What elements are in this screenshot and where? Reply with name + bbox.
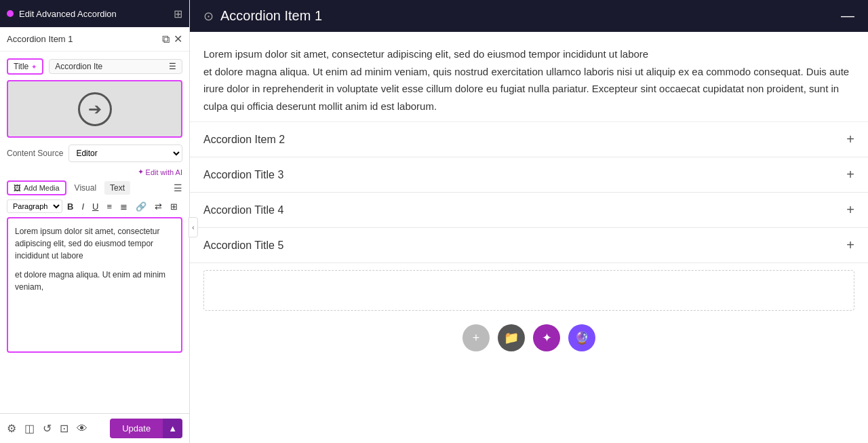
move-icon: ✦ — [31, 63, 37, 71]
accordion-item-5-title: Accordion Title 5 — [203, 239, 846, 252]
float-ai-button[interactable]: ✦ — [533, 324, 560, 351]
bold-button[interactable]: B — [64, 200, 77, 213]
accordion-content-1: Lorem ipsum dolor sit amet, consectetur … — [203, 45, 854, 63]
tab-text[interactable]: Text — [104, 181, 130, 195]
content-source-select[interactable]: Editor — [68, 145, 182, 162]
bottom-bar: ⚙ ◫ ↺ ⊡ 👁 Update ▲ — [0, 413, 189, 443]
content-source-label: Content Source — [7, 149, 63, 158]
title-input-value: Accordion Ite — [55, 62, 102, 71]
copy-icon[interactable]: ⧉ — [162, 33, 170, 45]
title-label-box[interactable]: Title ✦ — [7, 58, 43, 75]
settings-button[interactable]: ⚙ — [7, 422, 16, 435]
dashed-placeholder-area — [203, 270, 854, 311]
grid-format-button[interactable]: ⊞ — [167, 200, 181, 213]
bottom-icons: ⚙ ◫ ↺ ⊡ 👁 — [7, 422, 87, 435]
toolbar-more-button[interactable]: ☰ — [174, 182, 182, 193]
paragraph-select[interactable]: Paragraph — [7, 199, 62, 213]
float-add-button[interactable]: + — [462, 324, 490, 351]
accordion-item-2-title: Accordion Item 2 — [203, 134, 846, 146]
list-icon[interactable]: ☰ — [169, 62, 176, 71]
accordion-item-1-content: Lorem ipsum dolor sit amet, consectetur … — [190, 32, 868, 122]
add-media-label: Add Media — [24, 184, 60, 192]
collapse-panel-tab[interactable]: ‹ — [189, 217, 198, 237]
edit-ai-label: Edit with AI — [146, 168, 182, 176]
accordion-item-1-header[interactable]: ⊙ Accordion Item 1 — — [190, 0, 868, 32]
float-folder-button[interactable]: 📁 — [498, 324, 525, 351]
add-media-icon: 🖼 — [14, 184, 21, 192]
accordion-item-4-icon[interactable]: + — [846, 202, 854, 218]
accordion-content-2: et dolore magna aliqua. Ut enim ad minim… — [203, 63, 854, 115]
accordion-item-3[interactable]: Accordion Title 3 + — [190, 157, 868, 193]
update-chevron-button[interactable]: ▲ — [163, 419, 182, 438]
title-label: Title — [14, 62, 28, 71]
accordion-collapse-icon[interactable]: — — [841, 8, 854, 24]
history-button[interactable]: ↺ — [43, 422, 52, 435]
float-magic-button[interactable]: 🔮 — [568, 324, 595, 351]
italic-button[interactable]: I — [78, 200, 87, 213]
floating-buttons: + 📁 ✦ 🔮 — [190, 317, 868, 358]
content-editor[interactable]: Lorem ipsum dolor sit amet, consectetur … — [7, 217, 182, 353]
add-media-button[interactable]: 🖼 Add Media — [7, 180, 66, 195]
accordion-open-icon: ⊙ — [203, 9, 214, 24]
page-title: Edit Advanced Accordion — [19, 9, 168, 19]
ai-star-icon: ✦ — [138, 168, 144, 176]
numbered-list-button[interactable]: ≣ — [117, 200, 131, 213]
accordion-item-5[interactable]: Accordion Title 5 + — [190, 228, 868, 263]
accordion-item-2[interactable]: Accordion Item 2 + — [190, 122, 868, 157]
title-input-box[interactable]: Accordion Ite ☰ — [49, 59, 182, 74]
toolbar-row: 🖼 Add Media Visual Text ☰ — [7, 180, 182, 195]
update-button[interactable]: Update — [110, 419, 163, 438]
accordion-item-4-title: Accordion Title 4 — [203, 204, 846, 216]
responsive-button[interactable]: ⊡ — [60, 422, 68, 435]
edit-ai-link[interactable]: ✦ Edit with AI — [7, 168, 182, 176]
accordion-item-3-title: Accordion Title 3 — [203, 169, 846, 181]
panel-body: Title ✦ Accordion Ite ☰ ➔ Content Source… — [0, 52, 189, 413]
close-icon[interactable]: ✕ — [174, 33, 182, 45]
panel-header-title: Accordion Item 1 — [7, 34, 158, 44]
accordion-item-2-icon[interactable]: + — [846, 132, 854, 147]
grid-icon[interactable]: ⊞ — [174, 7, 182, 20]
title-row: Title ✦ Accordion Ite ☰ — [7, 58, 182, 75]
accordion-item-3-icon[interactable]: + — [846, 167, 854, 182]
panel-header: Accordion Item 1 ⧉ ✕ — [0, 27, 189, 52]
right-panel: ⊙ Accordion Item 1 — Lorem ipsum dolor s… — [190, 0, 868, 443]
bullet-list-button[interactable]: ≡ — [103, 200, 115, 213]
image-preview[interactable]: ➔ — [7, 80, 182, 138]
format-toolbar: Paragraph B I U ≡ ≣ 🔗 ⇄ ⊞ — [7, 199, 182, 213]
top-bar: Edit Advanced Accordion ⊞ — [0, 0, 189, 27]
layers-button[interactable]: ◫ — [24, 422, 35, 435]
edit-ai-row: ✦ Edit with AI — [7, 168, 182, 176]
eye-button[interactable]: 👁 — [77, 422, 87, 435]
tab-visual[interactable]: Visual — [69, 181, 102, 195]
brand-dot — [7, 10, 14, 17]
content-para-2: et dolore magna aliqua. Ut enim ad minim… — [15, 269, 174, 293]
link-button[interactable]: 🔗 — [132, 200, 150, 213]
accordion-item-4[interactable]: Accordion Title 4 + — [190, 193, 868, 228]
shuffle-button[interactable]: ⇄ — [151, 200, 165, 213]
underline-button[interactable]: U — [89, 200, 102, 213]
update-btn-wrap: Update ▲ — [110, 419, 182, 438]
accordion-item-1-title: Accordion Item 1 — [220, 8, 322, 24]
content-para-1: Lorem ipsum dolor sit amet, consectetur … — [15, 225, 174, 262]
accordion-item-5-icon[interactable]: + — [846, 237, 854, 253]
content-source-row: Content Source Editor — [7, 145, 182, 162]
left-panel: Edit Advanced Accordion ⊞ Accordion Item… — [0, 0, 190, 443]
arrow-icon: ➔ — [78, 92, 112, 126]
